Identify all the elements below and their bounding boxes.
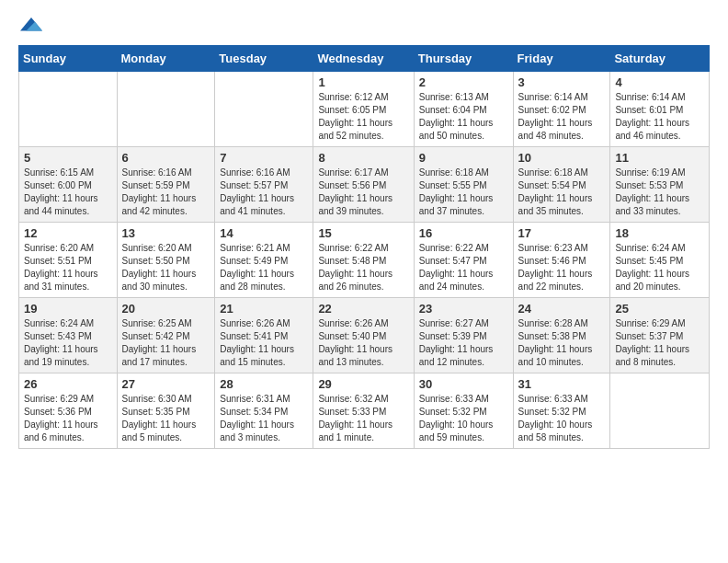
day-number: 19 — [24, 302, 112, 316]
day-info: Sunrise: 6:26 AM Sunset: 5:41 PM Dayligh… — [220, 317, 308, 369]
calendar-week-row: 19Sunrise: 6:24 AM Sunset: 5:43 PM Dayli… — [19, 298, 710, 373]
calendar-cell: 10Sunrise: 6:18 AM Sunset: 5:54 PM Dayli… — [513, 147, 610, 223]
column-header-saturday: Saturday — [610, 46, 710, 72]
calendar-cell: 21Sunrise: 6:26 AM Sunset: 5:41 PM Dayli… — [215, 298, 313, 373]
day-info: Sunrise: 6:33 AM Sunset: 5:32 PM Dayligh… — [419, 393, 508, 444]
calendar-cell: 5Sunrise: 6:15 AM Sunset: 6:00 PM Daylig… — [19, 147, 118, 223]
day-info: Sunrise: 6:16 AM Sunset: 5:59 PM Dayligh… — [122, 167, 210, 218]
day-info: Sunrise: 6:30 AM Sunset: 5:35 PM Dayligh… — [122, 393, 210, 444]
day-info: Sunrise: 6:22 AM Sunset: 5:48 PM Dayligh… — [318, 242, 408, 293]
day-info: Sunrise: 6:32 AM Sunset: 5:33 PM Dayligh… — [318, 393, 408, 444]
column-header-friday: Friday — [513, 46, 610, 72]
calendar-cell: 16Sunrise: 6:22 AM Sunset: 5:47 PM Dayli… — [414, 223, 513, 298]
day-number: 16 — [419, 226, 508, 240]
day-number: 29 — [318, 377, 408, 391]
day-info: Sunrise: 6:31 AM Sunset: 5:34 PM Dayligh… — [220, 393, 308, 444]
day-info: Sunrise: 6:15 AM Sunset: 6:00 PM Dayligh… — [24, 167, 112, 218]
day-number: 18 — [615, 226, 704, 240]
column-header-sunday: Sunday — [19, 46, 118, 72]
day-info: Sunrise: 6:24 AM Sunset: 5:43 PM Dayligh… — [24, 317, 112, 369]
calendar-week-row: 26Sunrise: 6:29 AM Sunset: 5:36 PM Dayli… — [19, 373, 710, 449]
day-number: 5 — [24, 151, 112, 165]
day-info: Sunrise: 6:18 AM Sunset: 5:55 PM Dayligh… — [419, 167, 508, 218]
day-number: 8 — [318, 151, 408, 165]
calendar-cell: 30Sunrise: 6:33 AM Sunset: 5:32 PM Dayli… — [414, 373, 513, 449]
calendar-cell: 19Sunrise: 6:24 AM Sunset: 5:43 PM Dayli… — [19, 298, 118, 373]
calendar-week-row: 12Sunrise: 6:20 AM Sunset: 5:51 PM Dayli… — [19, 223, 710, 298]
calendar-cell: 11Sunrise: 6:19 AM Sunset: 5:53 PM Dayli… — [610, 147, 710, 223]
calendar-cell: 26Sunrise: 6:29 AM Sunset: 5:36 PM Dayli… — [19, 373, 118, 449]
day-number: 11 — [615, 151, 704, 165]
day-info: Sunrise: 6:26 AM Sunset: 5:40 PM Dayligh… — [318, 317, 408, 369]
day-number: 23 — [419, 302, 508, 316]
column-header-monday: Monday — [117, 46, 215, 72]
day-info: Sunrise: 6:29 AM Sunset: 5:37 PM Dayligh… — [615, 317, 704, 369]
column-header-tuesday: Tuesday — [215, 46, 313, 72]
calendar-cell: 6Sunrise: 6:16 AM Sunset: 5:59 PM Daylig… — [117, 147, 215, 223]
calendar-cell: 7Sunrise: 6:16 AM Sunset: 5:57 PM Daylig… — [215, 147, 313, 223]
day-info: Sunrise: 6:22 AM Sunset: 5:47 PM Dayligh… — [419, 242, 508, 293]
day-info: Sunrise: 6:20 AM Sunset: 5:50 PM Dayligh… — [122, 242, 210, 293]
calendar-cell: 17Sunrise: 6:23 AM Sunset: 5:46 PM Dayli… — [513, 223, 610, 298]
calendar-cell: 14Sunrise: 6:21 AM Sunset: 5:49 PM Dayli… — [215, 223, 313, 298]
calendar-cell: 25Sunrise: 6:29 AM Sunset: 5:37 PM Dayli… — [610, 298, 710, 373]
calendar-cell: 8Sunrise: 6:17 AM Sunset: 5:56 PM Daylig… — [313, 147, 414, 223]
day-number: 2 — [419, 75, 508, 89]
day-number: 7 — [220, 151, 308, 165]
calendar-cell: 2Sunrise: 6:13 AM Sunset: 6:04 PM Daylig… — [414, 72, 513, 147]
calendar-cell: 28Sunrise: 6:31 AM Sunset: 5:34 PM Dayli… — [215, 373, 313, 449]
calendar-cell: 31Sunrise: 6:33 AM Sunset: 5:32 PM Dayli… — [513, 373, 610, 449]
day-number: 26 — [24, 377, 112, 391]
day-info: Sunrise: 6:20 AM Sunset: 5:51 PM Dayligh… — [24, 242, 112, 293]
day-info: Sunrise: 6:28 AM Sunset: 5:38 PM Dayligh… — [518, 317, 606, 369]
day-number: 25 — [615, 302, 704, 316]
calendar-cell — [610, 373, 710, 449]
calendar-cell: 1Sunrise: 6:12 AM Sunset: 6:05 PM Daylig… — [313, 72, 414, 147]
calendar-cell: 15Sunrise: 6:22 AM Sunset: 5:48 PM Dayli… — [313, 223, 414, 298]
day-number: 20 — [122, 302, 210, 316]
day-number: 13 — [122, 226, 210, 240]
calendar-cell: 27Sunrise: 6:30 AM Sunset: 5:35 PM Dayli… — [117, 373, 215, 449]
calendar-cell: 9Sunrise: 6:18 AM Sunset: 5:55 PM Daylig… — [414, 147, 513, 223]
day-info: Sunrise: 6:18 AM Sunset: 5:54 PM Dayligh… — [518, 167, 606, 218]
day-info: Sunrise: 6:29 AM Sunset: 5:36 PM Dayligh… — [24, 393, 112, 444]
day-number: 17 — [518, 226, 606, 240]
calendar-cell: 18Sunrise: 6:24 AM Sunset: 5:45 PM Dayli… — [610, 223, 710, 298]
day-number: 22 — [318, 302, 408, 316]
calendar-cell: 24Sunrise: 6:28 AM Sunset: 5:38 PM Dayli… — [513, 298, 610, 373]
calendar-week-row: 5Sunrise: 6:15 AM Sunset: 6:00 PM Daylig… — [19, 147, 710, 223]
day-number: 4 — [615, 75, 704, 89]
day-number: 14 — [220, 226, 308, 240]
day-info: Sunrise: 6:14 AM Sunset: 6:01 PM Dayligh… — [615, 91, 704, 143]
calendar-table: SundayMondayTuesdayWednesdayThursdayFrid… — [18, 45, 710, 449]
calendar-cell: 4Sunrise: 6:14 AM Sunset: 6:01 PM Daylig… — [610, 72, 710, 147]
calendar-cell: 3Sunrise: 6:14 AM Sunset: 6:02 PM Daylig… — [513, 72, 610, 147]
day-info: Sunrise: 6:24 AM Sunset: 5:45 PM Dayligh… — [615, 242, 704, 293]
day-number: 3 — [518, 75, 606, 89]
day-info: Sunrise: 6:17 AM Sunset: 5:56 PM Dayligh… — [318, 167, 408, 218]
day-info: Sunrise: 6:21 AM Sunset: 5:49 PM Dayligh… — [220, 242, 308, 293]
calendar-week-row: 1Sunrise: 6:12 AM Sunset: 6:05 PM Daylig… — [19, 72, 710, 147]
page: SundayMondayTuesdayWednesdayThursdayFrid… — [0, 0, 728, 463]
day-info: Sunrise: 6:14 AM Sunset: 6:02 PM Dayligh… — [518, 91, 606, 143]
column-header-wednesday: Wednesday — [313, 46, 414, 72]
day-number: 28 — [220, 377, 308, 391]
calendar-cell: 29Sunrise: 6:32 AM Sunset: 5:33 PM Dayli… — [313, 373, 414, 449]
calendar-cell: 13Sunrise: 6:20 AM Sunset: 5:50 PM Dayli… — [117, 223, 215, 298]
day-number: 9 — [419, 151, 508, 165]
day-info: Sunrise: 6:23 AM Sunset: 5:46 PM Dayligh… — [518, 242, 606, 293]
day-info: Sunrise: 6:13 AM Sunset: 6:04 PM Dayligh… — [419, 91, 508, 143]
calendar-cell: 20Sunrise: 6:25 AM Sunset: 5:42 PM Dayli… — [117, 298, 215, 373]
day-info: Sunrise: 6:19 AM Sunset: 5:53 PM Dayligh… — [615, 167, 704, 218]
day-number: 27 — [122, 377, 210, 391]
day-number: 6 — [122, 151, 210, 165]
day-info: Sunrise: 6:25 AM Sunset: 5:42 PM Dayligh… — [122, 317, 210, 369]
calendar-cell — [19, 72, 118, 147]
day-number: 30 — [419, 377, 508, 391]
logo — [18, 14, 42, 36]
column-header-thursday: Thursday — [414, 46, 513, 72]
calendar-cell: 23Sunrise: 6:27 AM Sunset: 5:39 PM Dayli… — [414, 298, 513, 373]
day-number: 31 — [518, 377, 606, 391]
day-info: Sunrise: 6:12 AM Sunset: 6:05 PM Dayligh… — [318, 91, 408, 143]
day-info: Sunrise: 6:16 AM Sunset: 5:57 PM Dayligh… — [220, 167, 308, 218]
